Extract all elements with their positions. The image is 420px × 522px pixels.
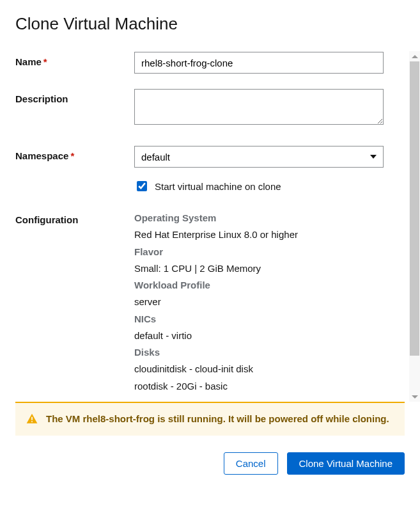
label-namespace-text: Namespace	[15, 150, 68, 161]
svg-rect-1	[31, 421, 33, 422]
caret-down-icon	[370, 155, 377, 159]
start-on-clone-checkbox[interactable]	[137, 181, 147, 191]
label-name: Name*	[15, 52, 134, 67]
config-disk1: cloudinitdisk - cloud-init disk	[134, 361, 384, 377]
namespace-selected-value: default	[141, 152, 170, 162]
config-os-label: Operating System	[134, 210, 384, 226]
config-flavor-label: Flavor	[134, 244, 384, 260]
row-name: Name*	[15, 52, 405, 74]
start-on-clone-label: Start virtual machine on clone	[155, 181, 281, 192]
cancel-button[interactable]: Cancel	[224, 452, 278, 475]
row-start-checkbox: Start virtual machine on clone	[15, 179, 405, 193]
config-nics-label: NICs	[134, 311, 384, 328]
config-workload-label: Workload Profile	[134, 277, 384, 294]
svg-rect-0	[31, 417, 33, 420]
config-flavor-value: Small: 1 CPU | 2 GiB Memory	[134, 260, 384, 277]
configuration-block: Operating System Red Hat Enterprise Linu…	[134, 210, 384, 395]
modal-body: Clone Virtual Machine Name* Description …	[0, 0, 420, 402]
scroll-thumb[interactable]	[410, 61, 419, 356]
clone-button[interactable]: Clone Virtual Machine	[287, 452, 405, 475]
scroll-up-icon[interactable]	[409, 51, 420, 61]
warning-alert: The VM rhel8-short-frog is still running…	[15, 402, 405, 436]
namespace-select[interactable]: default	[134, 146, 384, 168]
config-os-value: Red Hat Enterprise Linux 8.0 or higher	[134, 226, 384, 243]
row-configuration: Configuration Operating System Red Hat E…	[15, 210, 405, 395]
warning-icon	[26, 413, 38, 425]
config-disks-label: Disks	[134, 344, 384, 361]
label-description: Description	[15, 89, 134, 104]
warning-text: The VM rhel8-short-frog is still running…	[46, 412, 389, 427]
label-configuration: Configuration	[15, 210, 134, 225]
row-namespace: Namespace* default	[15, 146, 405, 168]
scrollbar[interactable]	[409, 51, 420, 402]
label-name-text: Name	[15, 56, 42, 67]
modal-footer: The VM rhel8-short-frog is still running…	[0, 402, 420, 489]
button-row: Cancel Clone Virtual Machine	[15, 452, 405, 475]
modal-title: Clone Virtual Machine	[15, 14, 405, 34]
config-disk2: rootdisk - 20Gi - basic	[134, 378, 384, 395]
config-nics-value: default - virtio	[134, 328, 384, 344]
description-textarea[interactable]	[134, 89, 384, 125]
row-description: Description	[15, 89, 405, 127]
required-asterisk: *	[43, 56, 47, 67]
required-asterisk: *	[70, 150, 74, 161]
label-namespace: Namespace*	[15, 146, 134, 161]
config-workload-value: server	[134, 294, 384, 310]
name-input[interactable]	[134, 52, 384, 74]
scroll-down-icon[interactable]	[409, 391, 420, 402]
